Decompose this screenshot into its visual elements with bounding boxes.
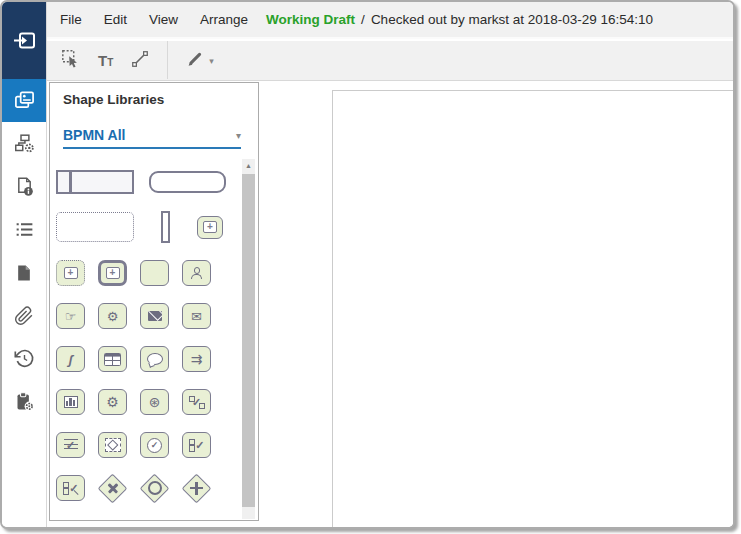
shape-report-task[interactable] bbox=[56, 389, 85, 415]
wheel-icon: ⊛ bbox=[149, 395, 161, 409]
app-window: FileEditViewArrange Working Draft / Chec… bbox=[0, 0, 735, 529]
flowchart-gear-icon bbox=[14, 133, 35, 154]
shape-inclusive-gateway[interactable] bbox=[140, 475, 169, 501]
shape-group[interactable] bbox=[56, 212, 134, 242]
shape-expanded-subprocess[interactable]: + bbox=[197, 216, 223, 239]
document-info-tab[interactable] bbox=[2, 165, 46, 208]
shape-libraries-tab[interactable] bbox=[2, 79, 46, 122]
paperclip-icon bbox=[14, 306, 34, 326]
scrollbar-thumb[interactable] bbox=[242, 174, 255, 507]
menu-items: FileEditViewArrange bbox=[60, 12, 248, 27]
attachments-tab[interactable] bbox=[2, 294, 46, 337]
chevron-down-icon: ▾ bbox=[209, 56, 214, 66]
table-icon bbox=[104, 353, 121, 366]
shape-service-task[interactable]: ⚙ bbox=[98, 303, 127, 329]
list-icon bbox=[14, 219, 35, 240]
flow-check-icon: ✓ bbox=[189, 396, 205, 409]
history-tab[interactable] bbox=[2, 337, 46, 380]
exit-icon bbox=[12, 31, 36, 51]
gears-icon: ⚙ bbox=[107, 310, 119, 323]
double-arrow-icon: ⇉ bbox=[191, 352, 203, 366]
shape-send-receive-task[interactable]: ⇉ bbox=[182, 346, 211, 372]
palette-row bbox=[56, 170, 234, 194]
panel-scrollbar[interactable]: ▲ bbox=[242, 159, 255, 519]
process-structure-tab[interactable] bbox=[2, 122, 46, 165]
menu-arrange[interactable]: Arrange bbox=[200, 12, 248, 27]
pages-tab[interactable] bbox=[2, 251, 46, 294]
shape-adhoc-task[interactable] bbox=[98, 432, 127, 458]
select-tool[interactable] bbox=[61, 49, 81, 73]
shape-manual-task[interactable]: ☞ bbox=[56, 303, 85, 329]
palette-row: ⚙⊛✓ bbox=[56, 389, 234, 415]
page-icon bbox=[14, 263, 34, 283]
squares-check-icon: ✓ bbox=[189, 439, 205, 452]
shape-exclusive-gateway[interactable] bbox=[98, 475, 127, 501]
checked-out-text: Checked out by markst at 2018-03-29 16:5… bbox=[371, 12, 653, 27]
shape-linked-check-task[interactable]: ✓ bbox=[56, 475, 85, 501]
shape-task-green[interactable] bbox=[140, 260, 169, 286]
badge-check-icon: ✓ bbox=[147, 438, 162, 453]
library-selector[interactable]: BPMN All ▾ bbox=[63, 123, 241, 149]
shape-multi-check-task[interactable]: ✓ bbox=[182, 432, 211, 458]
shape-approved-task[interactable]: ✓ bbox=[140, 432, 169, 458]
plus-icon: + bbox=[203, 221, 217, 233]
history-icon bbox=[14, 348, 35, 369]
attributes-list-tab[interactable] bbox=[2, 208, 46, 251]
shape-user-task[interactable] bbox=[182, 260, 211, 286]
style-brush-tool[interactable]: ▾ bbox=[185, 49, 214, 73]
document-info-icon bbox=[14, 176, 35, 197]
gear-icon: ⚙ bbox=[106, 395, 119, 409]
line-icon bbox=[130, 49, 150, 73]
text-icon: TT bbox=[98, 52, 113, 70]
menu-view[interactable]: View bbox=[149, 12, 178, 27]
shape-libraries-panel: Shape Libraries BPMN All ▾ +++☞⚙✉ʃ⇉⚙⊛✓✓✓… bbox=[49, 82, 259, 521]
ring-icon bbox=[148, 481, 162, 495]
plus-icon: + bbox=[64, 267, 78, 279]
menu-file[interactable]: File bbox=[60, 12, 82, 27]
panel-title: Shape Libraries bbox=[63, 92, 164, 107]
connector-tool[interactable] bbox=[130, 49, 150, 73]
shape-gear-task[interactable]: ⚙ bbox=[98, 389, 127, 415]
shape-flow-check-task[interactable]: ✓ bbox=[182, 389, 211, 415]
library-selector-value: BPMN All bbox=[63, 127, 125, 143]
shape-grid: +++☞⚙✉ʃ⇉⚙⊛✓✓✓✓✓ bbox=[56, 158, 234, 519]
person-icon bbox=[191, 267, 203, 279]
shape-checklist-task[interactable]: ✓ bbox=[56, 432, 85, 458]
bar-chart-icon bbox=[64, 396, 78, 408]
shape-lane[interactable] bbox=[161, 211, 170, 243]
collapse-panel[interactable] bbox=[2, 2, 46, 79]
chevron-down-icon: ▾ bbox=[236, 130, 241, 141]
shape-event-subprocess[interactable]: + bbox=[56, 260, 85, 286]
status-separator: / bbox=[361, 12, 365, 27]
shape-task-rounded[interactable] bbox=[149, 171, 226, 193]
palette-row: + bbox=[56, 211, 234, 243]
select-cursor-icon bbox=[61, 49, 81, 73]
text-tool[interactable]: TT bbox=[98, 52, 113, 70]
canvas-area bbox=[260, 82, 733, 527]
adhoc-marker-icon bbox=[105, 438, 121, 452]
governance-tab[interactable] bbox=[2, 380, 46, 423]
left-sidebar bbox=[2, 2, 47, 527]
shape-pool[interactable] bbox=[56, 170, 134, 194]
shape-annotation-task[interactable] bbox=[140, 346, 169, 372]
shape-script-task[interactable]: ʃ bbox=[56, 346, 85, 372]
shape-business-rule-task[interactable] bbox=[98, 346, 127, 372]
x-mark-icon bbox=[107, 482, 119, 494]
tool-bar: TT▾ bbox=[47, 41, 733, 81]
squares-check-link-icon: ✓ bbox=[63, 482, 79, 495]
toolbar-separator bbox=[167, 41, 168, 79]
shape-send-task[interactable] bbox=[140, 303, 169, 329]
plus-mark-icon bbox=[190, 482, 203, 495]
drawing-page[interactable] bbox=[332, 90, 735, 529]
shape-parallel-gateway[interactable] bbox=[182, 475, 211, 501]
clipboard-gear-icon bbox=[14, 391, 35, 412]
envelope-filled-icon bbox=[148, 311, 162, 321]
shape-system-task[interactable]: ⊛ bbox=[140, 389, 169, 415]
scroll-up-icon[interactable]: ▲ bbox=[242, 159, 255, 172]
brush-icon bbox=[185, 49, 205, 73]
shape-call-activity[interactable]: + bbox=[98, 260, 127, 286]
shape-receive-task[interactable]: ✉ bbox=[182, 303, 211, 329]
workflow-state-label[interactable]: Working Draft bbox=[266, 12, 355, 27]
menu-edit[interactable]: Edit bbox=[104, 12, 127, 27]
checklist-icon: ✓ bbox=[64, 439, 78, 452]
